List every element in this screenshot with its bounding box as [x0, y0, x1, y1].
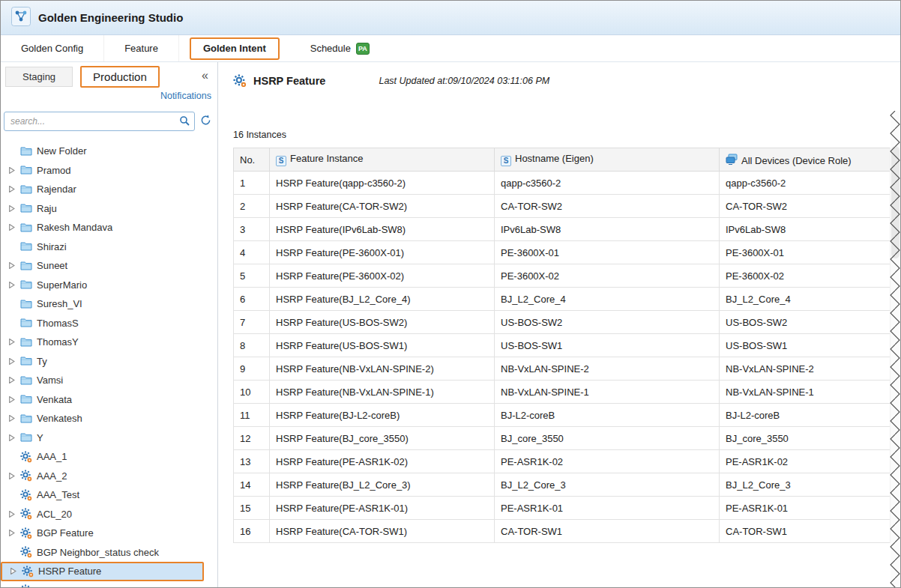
cell-feature-instance: HSRP Feature(BJ-L2-coreB)	[270, 404, 495, 427]
expand-arrow-icon[interactable]	[8, 377, 16, 384]
tree-item-isis[interactable]: ISIS	[1, 581, 217, 588]
tree-item-ty[interactable]: Ty	[1, 352, 217, 372]
tree-item-y[interactable]: Y	[1, 428, 217, 448]
tree-item-vamsi[interactable]: Vamsi	[1, 371, 217, 390]
expand-arrow-icon[interactable]	[8, 167, 16, 174]
expand-arrow-icon[interactable]	[8, 262, 16, 269]
tree-item-shirazi[interactable]: Shirazi	[1, 237, 217, 257]
tab-schedule-label: Schedule	[310, 43, 351, 54]
expand-arrow-icon[interactable]	[8, 396, 16, 403]
tree-item-bgp-feature[interactable]: BGP Feature	[1, 524, 217, 543]
cell-devices: qapp-c3560-2	[720, 172, 891, 195]
tree-item-pramod[interactable]: Pramod	[1, 161, 217, 181]
tree-item-label: ThomasS	[37, 318, 79, 329]
tree-item-suresh-vi[interactable]: Suresh_VI	[1, 294, 217, 314]
gear-icon	[233, 74, 247, 88]
table-row[interactable]: 6HSRP Feature(BJ_L2_Core_4)BJ_L2_Core_4B…	[234, 288, 891, 311]
search-icon[interactable]	[179, 115, 190, 130]
refresh-icon[interactable]	[200, 115, 211, 129]
search-input[interactable]	[4, 112, 195, 131]
expand-arrow-icon[interactable]	[8, 186, 16, 193]
tree-item-thomass[interactable]: ThomasS	[1, 314, 217, 333]
tree-item-label: BGP Feature	[37, 527, 94, 539]
search-row	[1, 107, 217, 136]
folder-icon	[20, 336, 32, 348]
tab-golden-config[interactable]: Golden Config	[1, 35, 104, 61]
table-row[interactable]: 9HSRP Feature(NB-VxLAN-SPINE-2)NB-VxLAN-…	[234, 357, 891, 381]
table-row[interactable]: 11HSRP Feature(BJ-L2-coreB)BJ-L2-coreBBJ…	[234, 404, 891, 427]
tree-item-thomasy[interactable]: ThomasY	[1, 333, 217, 352]
expand-arrow-icon[interactable]	[8, 434, 16, 441]
expand-arrow-icon[interactable]	[8, 339, 16, 345]
tab-staging[interactable]: Staging	[5, 67, 73, 87]
cell-feature-instance: HSRP Feature(IPv6Lab-SW8)	[270, 218, 495, 241]
expand-arrow-icon[interactable]	[8, 473, 16, 479]
table-row[interactable]: 16HSRP Feature(CA-TOR-SW1)CA-TOR-SW1CA-T…	[234, 520, 891, 543]
gear-icon	[20, 527, 32, 539]
table-row[interactable]: 3HSRP Feature(IPv6Lab-SW8)IPv6Lab-SW8IPv…	[234, 218, 891, 241]
tree-item-acl-20[interactable]: ACL_20	[1, 505, 217, 524]
cell-hostname: CA-TOR-SW2	[495, 195, 720, 218]
titlebar: Golden Engineering Studio	[1, 1, 900, 35]
cell-hostname: BJ_core_3550	[495, 427, 720, 450]
tab-feature[interactable]: Feature	[104, 35, 179, 61]
tree-item-venkatesh[interactable]: Venkatesh	[1, 409, 217, 428]
table-row[interactable]: 7HSRP Feature(US-BOS-SW2)US-BOS-SW2US-BO…	[234, 311, 891, 334]
expand-arrow-icon[interactable]	[8, 511, 16, 518]
tree-item-aaa-1[interactable]: AAA_1	[1, 447, 217, 467]
tree-item-rajendar[interactable]: Rajendar	[1, 180, 217, 199]
tab-production[interactable]: Production	[80, 66, 160, 88]
expand-arrow-icon[interactable]	[8, 358, 16, 365]
table-row[interactable]: 1HSRP Feature(qapp-c3560-2)qapp-c3560-2q…	[234, 172, 891, 195]
tab-schedule[interactable]: Schedule PA	[290, 35, 390, 61]
table-row[interactable]: 12HSRP Feature(BJ_core_3550)BJ_core_3550…	[234, 427, 891, 450]
tree-item-venkata[interactable]: Venkata	[1, 390, 217, 410]
notifications-link[interactable]: Notifications	[1, 91, 217, 107]
tree-item-supermario[interactable]: SuperMario	[1, 276, 217, 295]
cell-no: 5	[234, 264, 270, 288]
sidebar: Staging Production « Notifications	[1, 62, 218, 588]
cell-hostname: IPv6Lab-SW8	[495, 218, 720, 241]
expand-arrow-icon[interactable]	[8, 224, 16, 231]
cell-devices: NB-VxLAN-SPINE-2	[720, 357, 891, 381]
expand-arrow-icon[interactable]	[10, 568, 17, 575]
table-header-row: No. SFeature Instance SHostname (Eigen) …	[234, 148, 891, 172]
cell-devices: IPv6Lab-SW8	[720, 218, 891, 241]
tree-item-rakesh-mandava[interactable]: Rakesh Mandava	[1, 218, 217, 237]
cell-devices: US-BOS-SW1	[720, 334, 891, 357]
col-label: All Devices (Device Role)	[741, 155, 852, 166]
tree-item-aaa-2[interactable]: AAA_2	[1, 467, 217, 486]
table-row[interactable]: 8HSRP Feature(US-BOS-SW1)US-BOS-SW1US-BO…	[234, 334, 891, 357]
table-row[interactable]: 5HSRP Feature(PE-3600X-02)PE-3600X-02PE-…	[234, 264, 891, 288]
cell-devices: NB-VxLAN-SPINE-1	[720, 381, 891, 404]
table-row[interactable]: 13HSRP Feature(PE-ASR1K-02)PE-ASR1K-02PE…	[234, 450, 891, 473]
tree-item-aaa-test[interactable]: AAA_Test	[1, 485, 217, 505]
folder-icon	[20, 413, 32, 425]
expand-arrow-icon[interactable]	[8, 530, 16, 536]
table-row[interactable]: 15HSRP Feature(PE-ASR1K-01)PE-ASR1K-01PE…	[234, 497, 891, 520]
col-all-devices[interactable]: All Devices (Device Role)	[720, 148, 891, 172]
col-feature-instance[interactable]: SFeature Instance	[270, 148, 495, 172]
table-row[interactable]: 10HSRP Feature(NB-VxLAN-SPINE-1)NB-VxLAN…	[234, 381, 891, 404]
tab-golden-intent[interactable]: Golden Intent	[190, 37, 280, 60]
table-row[interactable]: 14HSRP Feature(BJ_L2_Core_3)BJ_L2_Core_3…	[234, 473, 891, 497]
table-row[interactable]: 2HSRP Feature(CA-TOR-SW2)CA-TOR-SW2CA-TO…	[234, 195, 891, 218]
tree-item-bgp-neighbor-status-check[interactable]: BGP Neighbor_status check	[1, 543, 217, 563]
tree-item-suneet[interactable]: Suneet	[1, 256, 217, 276]
col-hostname[interactable]: SHostname (Eigen)	[495, 148, 720, 172]
scrollbar-thumb[interactable]	[891, 146, 900, 258]
folder-icon	[20, 298, 32, 310]
tree-item-new-folder[interactable]: New Folder	[1, 142, 217, 161]
tree-item-hsrp-feature[interactable]: HSRP Feature	[1, 562, 204, 581]
tree-item-label: Rakesh Mandava	[37, 222, 112, 233]
col-no[interactable]: No.	[234, 148, 270, 172]
expand-arrow-icon[interactable]	[8, 282, 16, 288]
tree-item-label: ISIS	[37, 585, 55, 588]
vertical-scrollbar[interactable]	[891, 112, 900, 588]
collapse-sidebar-icon[interactable]: «	[202, 69, 208, 82]
table-row[interactable]: 4HSRP Feature(PE-3600X-01)PE-3600X-01PE-…	[234, 241, 891, 264]
tree-item-label: Suresh_VI	[37, 298, 82, 309]
expand-arrow-icon[interactable]	[8, 415, 16, 422]
tree-item-raju[interactable]: Raju	[1, 199, 217, 219]
expand-arrow-icon[interactable]	[8, 205, 16, 212]
